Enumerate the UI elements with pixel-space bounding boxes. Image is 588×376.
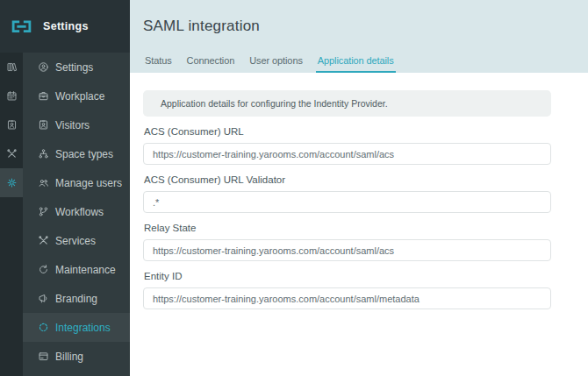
calendar-icon[interactable] — [0, 82, 23, 110]
field-acs-url-validator: ACS (Consumer) URL Validator — [143, 173, 588, 213]
id-badge-icon — [38, 119, 49, 131]
field-label: ACS (Consumer) URL — [143, 124, 588, 143]
tab-connection[interactable]: Connection — [185, 55, 237, 73]
sidebar-item-maintenance[interactable]: Maintenance — [23, 255, 130, 284]
application-details-form: ACS (Consumer) URL ACS (Consumer) URL Va… — [143, 124, 588, 309]
acs-consumer-url-input[interactable] — [143, 143, 551, 165]
entity-id-input[interactable] — [143, 287, 551, 309]
sidebar-item-label: Branding — [55, 293, 97, 305]
tools-icon — [38, 235, 49, 246]
sidebar-item-label: Manage users — [55, 177, 122, 189]
sidebar-item-manage-users[interactable]: Manage users — [23, 168, 130, 197]
field-relay-state: Relay State — [143, 221, 588, 261]
sitemap-icon — [38, 148, 49, 160]
integrations-icon — [38, 322, 49, 333]
sidebar-item-label: Workflows — [55, 206, 104, 218]
sidebar-item-settings[interactable]: Settings — [23, 53, 130, 82]
tab-user-options[interactable]: User options — [247, 55, 305, 73]
tools-icon[interactable] — [0, 139, 23, 168]
tab-status[interactable]: Status — [143, 55, 174, 73]
field-acs-consumer-url: ACS (Consumer) URL — [143, 124, 588, 165]
sidebar-item-services[interactable]: Services — [23, 226, 130, 255]
sidebar-item-label: Integrations — [55, 322, 111, 334]
sidebar-item-label: Settings — [55, 61, 93, 74]
gear-icon[interactable] — [0, 168, 23, 197]
sidebar-item-label: Workplace — [55, 90, 104, 103]
sidebar-item-label: Billing — [55, 351, 83, 363]
sidebar-header: Settings — [0, 0, 130, 53]
sidebar-item-branding[interactable]: Branding — [23, 284, 130, 313]
sidebar-item-label: Space types — [55, 148, 113, 160]
sidebar-item-billing[interactable]: Billing — [23, 342, 130, 371]
icon-rail — [0, 53, 23, 376]
billing-icon — [38, 351, 49, 362]
maintenance-icon — [38, 264, 49, 275]
sidebar-item-label: Maintenance — [55, 264, 116, 276]
main-area: SAML integration Status Connection User … — [130, 0, 588, 376]
page-title: SAML integration — [130, 0, 588, 35]
app-title: Settings — [43, 20, 89, 32]
field-label: Relay State — [143, 221, 588, 239]
acs-url-validator-input[interactable] — [143, 191, 551, 213]
sidebar-item-workplace[interactable]: Workplace — [23, 82, 130, 110]
info-banner: Application details for configuring the … — [143, 90, 551, 117]
field-entity-id: Entity ID — [143, 269, 588, 309]
sidebar-item-space-types[interactable]: Space types — [23, 139, 130, 168]
user-circle-icon — [38, 61, 49, 73]
sidebar-item-label: Services — [55, 235, 96, 247]
sidebar-item-visitors[interactable]: Visitors — [23, 110, 130, 139]
visitor-badge-icon[interactable] — [0, 110, 23, 139]
settings-sidebar: Settings Workplace Visitors — [23, 53, 130, 376]
tab-bar: Status Connection User options Applicati… — [143, 55, 396, 73]
library-icon[interactable] — [0, 53, 23, 82]
tab-application-details[interactable]: Application details — [316, 55, 396, 73]
app-window: Settings — [0, 0, 588, 376]
tab-content: Application details for configuring the … — [130, 73, 588, 309]
page-header: SAML integration Status Connection User … — [130, 0, 588, 73]
branding-icon — [38, 293, 49, 304]
users-icon — [38, 177, 49, 188]
field-label: Entity ID — [143, 269, 588, 287]
sidebar-item-workflows[interactable]: Workflows — [23, 197, 130, 226]
field-label: ACS (Consumer) URL Validator — [143, 173, 588, 191]
sidebar-item-label: Visitors — [55, 119, 90, 131]
workflow-icon — [38, 206, 49, 217]
briefcase-icon — [38, 90, 49, 102]
relay-state-input[interactable] — [143, 239, 551, 261]
chain-link-logo-icon — [11, 20, 32, 33]
